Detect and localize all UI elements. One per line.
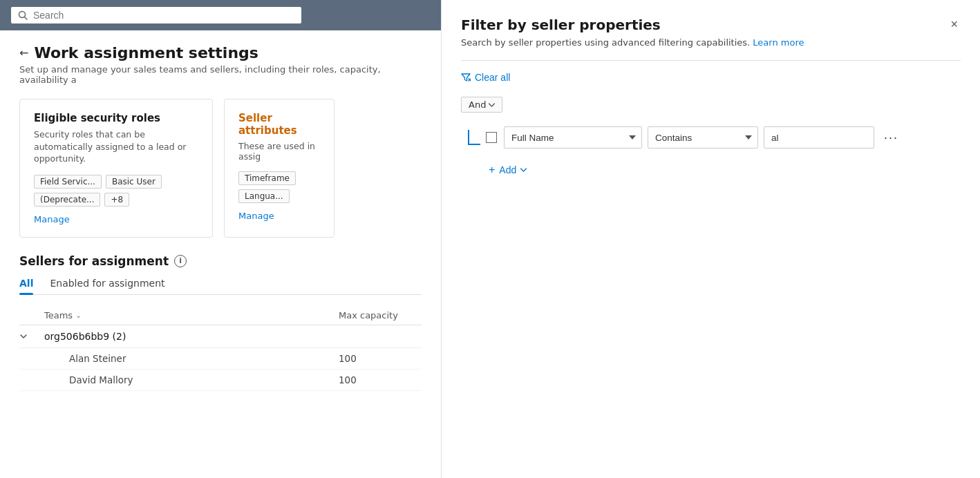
filter-selects-row: Full Name Email Team Role Contains Equal… [504,126,903,149]
tab-enabled-for-assignment[interactable]: Enabled for assignment [50,278,164,294]
field-select[interactable]: Full Name Email Team Role [504,126,642,149]
tab-all[interactable]: All [19,278,33,294]
team-name: org506b6bb9 (2) [44,331,422,342]
filter-more-button[interactable]: ··· [880,131,903,145]
sellers-title-text: Sellers for assignment [19,254,169,268]
tabs-row: All Enabled for assignment [19,278,422,295]
add-label: Add [499,164,516,175]
add-chevron-icon [520,168,527,172]
seller-name-david: David Mallory [69,374,339,385]
panel-description: Search by seller properties using advanc… [461,37,961,48]
table-row: Alan Steiner 100 [19,348,422,370]
left-panel: ← Work assignment settings Set up and ma… [0,0,441,478]
filter-icon [461,73,471,82]
chevron-down-icon [19,332,28,341]
eligible-roles-desc: Security roles that can be automatically… [34,128,198,165]
back-button[interactable]: ← [19,46,28,59]
filter-row: Full Name Email Team Role Contains Equal… [461,126,961,149]
team-expand-button[interactable] [19,332,44,341]
seller-name-alan: Alan Steiner [69,353,339,364]
svg-line-1 [25,17,28,20]
seller-attributes-desc: These are used in assig [238,141,320,162]
panel-title: Filter by seller properties [461,17,661,33]
seller-attributes-manage-link[interactable]: Manage [238,211,274,221]
clear-all-label: Clear all [475,72,510,83]
seller-attributes-title: Seller attributes [238,112,320,137]
filter-row-checkbox[interactable] [486,132,497,143]
table-row: David Mallory 100 [19,370,422,391]
right-panel: Filter by seller properties × Search by … [441,0,980,478]
back-row: ← Work assignment settings [19,44,422,61]
tag-deprecated: (Deprecate... [34,193,100,207]
tag-timeframe: Timeframe [238,171,296,185]
plus-icon: + [489,164,495,176]
teams-column-label: Teams [44,310,73,321]
sellers-section-title: Sellers for assignment i [19,254,422,268]
and-chevron-icon [489,103,495,107]
seller-capacity-david: 100 [339,374,422,385]
team-group: org506b6bb9 (2) Alan Steiner 100 David M… [19,325,422,391]
page-subtitle: Set up and manage your sales teams and s… [19,64,422,85]
col-team-header: Teams ⌄ [44,310,339,321]
and-label: And [469,99,486,110]
eligible-roles-title: Eligible security roles [34,112,198,124]
close-button[interactable]: × [948,17,961,32]
tag-language: Langua... [238,189,290,203]
divider [461,60,961,61]
filter-connector [461,126,480,149]
connector-line-h [468,144,480,145]
tag-basic-user: Basic User [106,175,162,189]
tag-field-service: Field Servic... [34,175,102,189]
main-content: ← Work assignment settings Set up and ma… [0,30,441,478]
eligible-roles-tags: Field Servic... Basic User (Deprecate...… [34,175,198,207]
search-input-wrap [11,7,301,23]
seller-attributes-tags: Timeframe Langua... [238,171,320,203]
learn-more-link[interactable]: Learn more [753,37,804,48]
operator-select[interactable]: Contains Equals Starts with Ends with [648,126,758,149]
sort-icon[interactable]: ⌄ [75,312,81,319]
table-header: Teams ⌄ Max capacity [19,306,422,325]
cards-row: Eligible security roles Security roles t… [19,99,422,238]
eligible-manage-link[interactable]: Manage [34,214,70,224]
add-button[interactable]: + Add [489,160,527,180]
eligible-roles-card: Eligible security roles Security roles t… [19,99,213,238]
search-icon [18,10,28,20]
connector-line-v [468,130,469,144]
and-badge[interactable]: And [461,97,502,113]
clear-all-button[interactable]: Clear all [461,72,961,83]
page-title: Work assignment settings [34,44,258,61]
search-input[interactable] [33,10,294,21]
seller-attributes-card: Seller attributes These are used in assi… [224,99,334,238]
col-capacity-header: Max capacity [339,310,422,321]
panel-header: Filter by seller properties × [461,17,961,33]
info-icon: i [174,255,187,267]
panel-desc-text: Search by seller properties using advanc… [461,37,750,48]
filter-value-input[interactable] [764,126,874,149]
add-button-wrap: + Add [489,157,961,180]
seller-capacity-alan: 100 [339,353,422,364]
filter-section: And Full Name Email Team Role [461,97,961,180]
team-row: org506b6bb9 (2) [19,325,422,348]
search-bar [0,0,441,30]
tag-more: +8 [104,193,129,207]
